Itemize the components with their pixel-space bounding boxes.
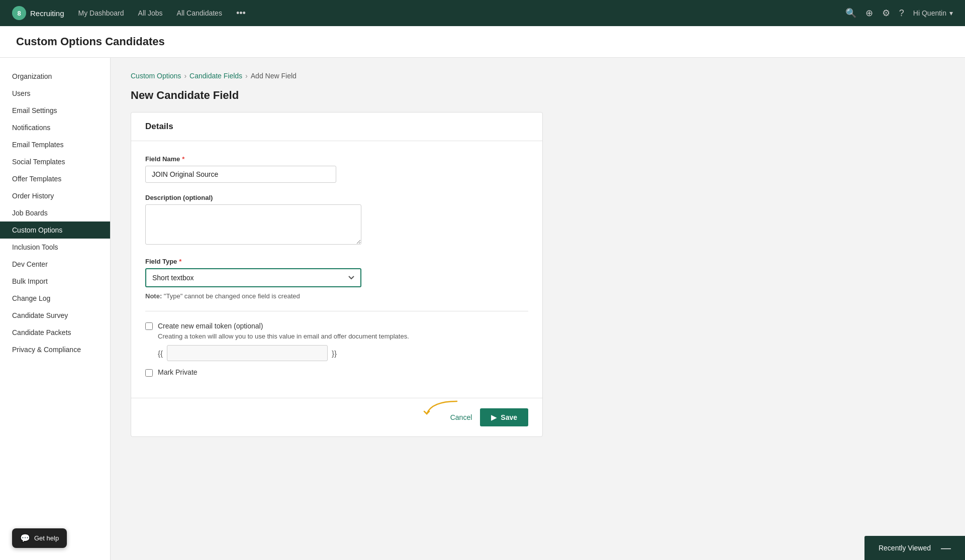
nav-link-jobs[interactable]: All Jobs bbox=[138, 9, 163, 17]
mark-private-checkbox[interactable] bbox=[145, 369, 153, 377]
page-title-bar: Custom Options Candidates bbox=[0, 26, 965, 58]
breadcrumb-sep-2: › bbox=[245, 72, 248, 80]
sidebar-item-email-templates[interactable]: Email Templates bbox=[0, 136, 110, 153]
breadcrumb-custom-options[interactable]: Custom Options bbox=[131, 72, 181, 80]
main-layout: OrganizationUsersEmail SettingsNotificat… bbox=[0, 58, 965, 560]
recently-viewed-label: Recently Viewed bbox=[879, 544, 931, 552]
breadcrumb-candidate-fields[interactable]: Candidate Fields bbox=[189, 72, 242, 80]
sidebar-item-inclusion-tools[interactable]: Inclusion Tools bbox=[0, 239, 110, 256]
page-title: Custom Options Candidates bbox=[16, 35, 949, 48]
chat-bubble-icon: 💬 bbox=[20, 533, 30, 543]
field-type-group: Field Type * Short textboxLong textboxYe… bbox=[145, 258, 528, 300]
nav-link-candidates[interactable]: All Candidates bbox=[177, 9, 222, 17]
form-card-header: Details bbox=[131, 113, 542, 141]
nav-right: 🔍 ⊕ ⚙ ? Hi Quentin ▾ bbox=[845, 8, 953, 19]
sidebar-item-bulk-import[interactable]: Bulk Import bbox=[0, 273, 110, 290]
sidebar-item-privacy-compliance[interactable]: Privacy & Compliance bbox=[0, 341, 110, 358]
sidebar-item-job-boards[interactable]: Job Boards bbox=[0, 204, 110, 221]
sidebar-item-users[interactable]: Users bbox=[0, 85, 110, 102]
search-icon[interactable]: 🔍 bbox=[845, 8, 856, 19]
sidebar-item-offer-templates[interactable]: Offer Templates bbox=[0, 170, 110, 187]
sidebar-item-notifications[interactable]: Notifications bbox=[0, 119, 110, 136]
mark-private-label[interactable]: Mark Private bbox=[158, 368, 198, 376]
form-card-body: Field Name * Description (optional) Fiel… bbox=[131, 141, 542, 398]
form-card: Details Field Name * Description (option… bbox=[131, 112, 543, 437]
user-menu[interactable]: Hi Quentin ▾ bbox=[913, 9, 953, 17]
divider-1 bbox=[145, 311, 528, 311]
field-name-group: Field Name * bbox=[145, 155, 528, 183]
sidebar-item-dev-center[interactable]: Dev Center bbox=[0, 256, 110, 273]
chat-button[interactable]: 💬 Get help bbox=[12, 528, 67, 548]
email-token-desc: Creating a token will allow you to use t… bbox=[158, 332, 409, 340]
token-input-row: {{ }} bbox=[158, 345, 409, 361]
field-type-note: Note: "Type" cannot be changed once fiel… bbox=[145, 292, 528, 300]
description-group: Description (optional) bbox=[145, 194, 528, 247]
sidebar-item-change-log[interactable]: Change Log bbox=[0, 290, 110, 307]
help-icon[interactable]: ? bbox=[899, 8, 904, 19]
recently-viewed-collapse[interactable]: — bbox=[941, 543, 951, 553]
sidebar-item-candidate-survey[interactable]: Candidate Survey bbox=[0, 307, 110, 324]
required-star-name: * bbox=[182, 155, 184, 163]
chat-label: Get help bbox=[34, 534, 59, 542]
token-input[interactable] bbox=[167, 345, 328, 361]
form-actions: Cancel ▶ Save bbox=[131, 398, 542, 436]
email-token-group: Create new email token (optional) Creati… bbox=[145, 321, 528, 361]
main-content: Custom Options › Candidate Fields › Add … bbox=[111, 58, 965, 560]
description-label: Description (optional) bbox=[145, 194, 528, 201]
sidebar: OrganizationUsersEmail SettingsNotificat… bbox=[0, 58, 111, 560]
sidebar-item-custom-options[interactable]: Custom Options bbox=[0, 221, 110, 239]
gear-icon[interactable]: ⚙ bbox=[882, 8, 890, 19]
breadcrumb-current: Add New Field bbox=[251, 72, 297, 80]
chevron-down-icon: ▾ bbox=[949, 9, 953, 17]
save-button[interactable]: ▶ Save bbox=[480, 408, 528, 426]
required-star-type: * bbox=[179, 258, 181, 265]
sidebar-item-social-templates[interactable]: Social Templates bbox=[0, 153, 110, 170]
token-open: {{ bbox=[158, 349, 163, 358]
user-label: Hi Quentin bbox=[913, 9, 946, 17]
recently-viewed-bar[interactable]: Recently Viewed — bbox=[864, 536, 965, 560]
breadcrumb: Custom Options › Candidate Fields › Add … bbox=[131, 72, 945, 80]
field-name-input[interactable] bbox=[145, 166, 336, 183]
sidebar-item-organization[interactable]: Organization bbox=[0, 68, 110, 85]
nav-link-dashboard[interactable]: My Dashboard bbox=[78, 9, 124, 17]
add-icon[interactable]: ⊕ bbox=[865, 8, 873, 19]
description-input[interactable] bbox=[145, 204, 361, 245]
brand-label: Recruiting bbox=[30, 9, 64, 18]
sidebar-item-candidate-packets[interactable]: Candidate Packets bbox=[0, 324, 110, 341]
field-name-label: Field Name * bbox=[145, 155, 528, 163]
nav-brand[interactable]: 8 Recruiting bbox=[12, 6, 64, 20]
save-label: Save bbox=[501, 413, 517, 421]
email-token-label[interactable]: Create new email token (optional) bbox=[158, 322, 263, 330]
save-icon: ▶ bbox=[491, 413, 497, 421]
cancel-button[interactable]: Cancel bbox=[450, 413, 472, 421]
sidebar-item-order-history[interactable]: Order History bbox=[0, 187, 110, 204]
sidebar-item-email-settings[interactable]: Email Settings bbox=[0, 102, 110, 119]
field-type-select[interactable]: Short textboxLong textboxYes/NoSingle Se… bbox=[145, 268, 361, 287]
mark-private-group: Mark Private bbox=[145, 368, 528, 377]
token-close: }} bbox=[332, 349, 337, 358]
field-type-label: Field Type * bbox=[145, 258, 528, 265]
brand-icon: 8 bbox=[12, 6, 26, 20]
email-token-checkbox[interactable] bbox=[145, 322, 153, 330]
section-title: New Candidate Field bbox=[131, 89, 945, 102]
nav-left: 8 Recruiting My Dashboard All Jobs All C… bbox=[12, 6, 246, 20]
breadcrumb-sep-1: › bbox=[184, 72, 186, 80]
nav-more-dots[interactable]: ••• bbox=[236, 8, 246, 19]
top-nav: 8 Recruiting My Dashboard All Jobs All C… bbox=[0, 0, 965, 26]
